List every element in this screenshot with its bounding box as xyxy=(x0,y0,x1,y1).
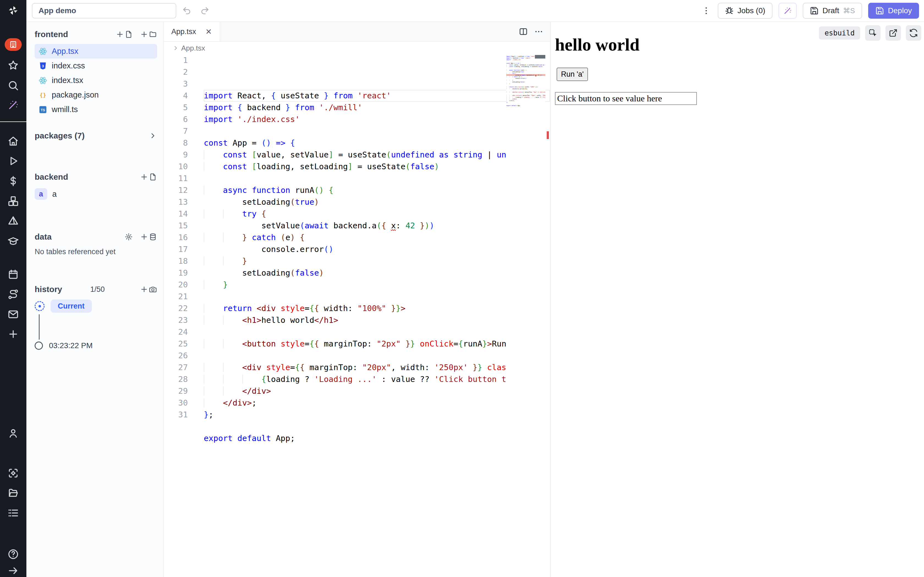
chevron-right-icon[interactable] xyxy=(149,132,157,140)
add-file-button[interactable] xyxy=(116,30,133,39)
draft-shortcut: ⌘S xyxy=(843,6,855,15)
plus-icon xyxy=(140,233,148,241)
sidebar-calendar-icon[interactable] xyxy=(0,268,26,281)
sidebar-workspace-icon[interactable] xyxy=(0,38,26,51)
database-icon xyxy=(149,233,157,241)
code-line-11: try { xyxy=(204,208,550,220)
sidebar-person-icon[interactable] xyxy=(0,427,26,440)
breadcrumb-file: App.tsx xyxy=(181,44,205,53)
code-line-16: setLoading(false) xyxy=(204,267,550,279)
draft-label: Draft xyxy=(822,6,839,15)
deploy-label: Deploy xyxy=(888,6,912,15)
deploy-button[interactable]: Deploy xyxy=(868,3,919,19)
draft-button[interactable]: Draft⌘S xyxy=(803,3,862,19)
tab-label: App.tsx xyxy=(171,27,196,36)
backend-section-header: backend xyxy=(35,172,157,182)
sidebar-folder-open-icon[interactable] xyxy=(0,486,26,500)
inspect-element-button[interactable] xyxy=(865,25,880,41)
undo-icon xyxy=(182,6,191,15)
code-line-17: } xyxy=(204,279,550,291)
add-table-button[interactable] xyxy=(140,233,157,241)
app-preview-pane: esbuild hello world Run 'a' Click button… xyxy=(551,22,924,577)
monaco-editor[interactable]: 1234567891011121314151617181920212223242… xyxy=(164,55,550,577)
gear-icon[interactable] xyxy=(124,233,133,241)
backend-title: backend xyxy=(35,172,68,182)
sidebar-star-icon[interactable] xyxy=(0,59,26,72)
sidebar-mail-icon[interactable] xyxy=(0,308,26,321)
file-item-index-css[interactable]: 3index.css xyxy=(35,58,157,73)
ts-file-icon: TS xyxy=(39,105,47,114)
app-name-input[interactable] xyxy=(32,3,176,18)
top-header: Jobs (0) Draft⌘S Deploy xyxy=(26,0,924,22)
run-a-button[interactable]: Run 'a' xyxy=(557,68,588,81)
timeline-connector xyxy=(39,314,40,340)
code-line-24: <div style={{ marginTop: "20px", width: … xyxy=(204,362,550,373)
history-current-entry[interactable]: Current xyxy=(35,300,157,313)
plus-icon xyxy=(116,30,124,39)
esbuild-badge: esbuild xyxy=(819,26,860,40)
app-iconbar xyxy=(0,0,26,577)
sidebar-dollar-icon[interactable] xyxy=(0,174,26,188)
minimap-slider[interactable] xyxy=(535,55,545,58)
tab-app-tsx[interactable]: App.tsx ✕ xyxy=(164,22,220,41)
redo-button[interactable] xyxy=(197,3,213,18)
sidebar-search-icon[interactable] xyxy=(0,79,26,92)
frontend-file-list: App.tsx3index.cssindex.tsx{}package.json… xyxy=(35,44,157,117)
file-item-wmill-ts[interactable]: TSwmill.ts xyxy=(35,102,157,117)
braces-file-icon: {} xyxy=(39,91,47,100)
split-editor-icon[interactable] xyxy=(519,27,528,36)
add-backend-script-button[interactable] xyxy=(140,173,157,181)
breadcrumb[interactable]: App.tsx xyxy=(164,42,550,55)
code-line-18 xyxy=(204,291,550,303)
sidebar-worker-group-icon[interactable] xyxy=(0,467,26,480)
sidebar-settings-icon[interactable] xyxy=(0,446,26,460)
code-line-21 xyxy=(204,326,550,338)
history-section-header: history 1/50 xyxy=(35,285,157,294)
sidebar-list-icon[interactable] xyxy=(0,506,26,520)
backend-script-item[interactable]: a a xyxy=(35,188,157,200)
ai-wand-button[interactable] xyxy=(779,3,797,19)
code-line-7: const [loading, setLoading] = useState(f… xyxy=(204,161,550,172)
sidebar-play-icon[interactable] xyxy=(0,155,26,168)
file-item-package-json[interactable]: {}package.json xyxy=(35,88,157,102)
sidebar-boxes-icon[interactable] xyxy=(0,195,26,208)
save-icon xyxy=(810,6,819,15)
value-display-box: Click button to see value here xyxy=(555,92,697,105)
add-folder-button[interactable] xyxy=(140,30,157,39)
sidebar-pyramid-icon[interactable] xyxy=(0,214,26,228)
close-icon[interactable]: ✕ xyxy=(205,27,212,36)
take-snapshot-button[interactable] xyxy=(140,285,157,293)
sidebar-help-icon[interactable] xyxy=(0,548,26,561)
ellipsis-icon[interactable] xyxy=(534,27,543,36)
file-name: index.tsx xyxy=(52,76,83,85)
sidebar-route-icon[interactable] xyxy=(0,288,26,301)
minimap[interactable]: import React, { useState } from 'react'i… xyxy=(506,55,545,385)
refresh-icon xyxy=(909,29,918,37)
code-line-12: setValue(await backend.a({ x: 42 })) xyxy=(204,220,550,232)
sidebar-plus-icon[interactable] xyxy=(0,327,26,341)
kebab-icon xyxy=(701,6,711,15)
file-name: wmill.ts xyxy=(52,105,78,114)
sidebar-arrow-right-icon[interactable] xyxy=(0,564,26,577)
sidebar-home-icon[interactable] xyxy=(0,135,26,148)
data-title: data xyxy=(35,232,52,242)
open-external-button[interactable] xyxy=(885,25,901,41)
history-entry[interactable]: 03:23:22 PM xyxy=(35,341,157,350)
refresh-preview-button[interactable] xyxy=(906,25,921,41)
more-menu-button[interactable] xyxy=(701,6,712,15)
sidebar-windmill-logo-icon[interactable] xyxy=(0,4,26,17)
undo-button[interactable] xyxy=(179,3,194,18)
packages-section-header[interactable]: packages (7) xyxy=(35,131,157,140)
file-name: App.tsx xyxy=(52,47,78,56)
file-item-app-tsx[interactable]: App.tsx xyxy=(35,44,157,58)
version-dot xyxy=(35,342,43,350)
packages-title: packages (7) xyxy=(35,131,85,140)
current-version-dot xyxy=(35,301,45,311)
magic-wand-icon xyxy=(783,6,792,15)
sidebar-magic-wand-icon[interactable] xyxy=(0,98,26,111)
jobs-button[interactable]: Jobs (0) xyxy=(718,3,772,19)
code-line-2: import { backend } from './wmill' xyxy=(204,102,550,113)
sidebar-graduation-cap-icon[interactable] xyxy=(0,235,26,248)
code-line-23 xyxy=(204,350,550,362)
file-item-index-tsx[interactable]: index.tsx xyxy=(35,73,157,88)
